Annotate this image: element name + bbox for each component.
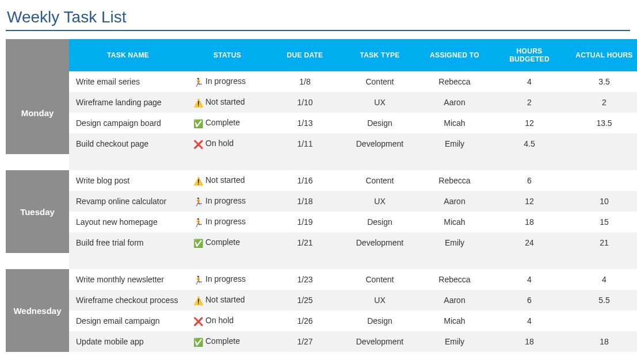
status-label: Not started xyxy=(205,175,245,185)
assigned-to: Rebecca xyxy=(417,170,492,191)
table-row[interactable]: Design email campaign❌On hold1/26DesignM… xyxy=(6,311,637,331)
table-row[interactable]: Update mobile app✅Complete1/27Developmen… xyxy=(6,331,637,352)
due-date: 1/16 xyxy=(268,170,342,191)
actual-hours: 21 xyxy=(567,232,637,253)
task-name: Layout new homepage xyxy=(69,212,187,232)
day-separator xyxy=(6,253,637,269)
not_started-icon: ⚠️ xyxy=(193,98,203,108)
task-type: Content xyxy=(342,269,417,290)
on_hold-icon: ❌ xyxy=(193,140,203,149)
status-label: In progress xyxy=(205,196,246,205)
table-row[interactable]: TuesdayWrite blog post⚠️Not started1/16C… xyxy=(6,170,637,191)
task-name: Wireframe checkout process xyxy=(69,290,187,311)
table-row[interactable]: Build checkout page❌On hold1/11Developme… xyxy=(6,133,637,154)
day-label: Monday xyxy=(6,71,69,154)
in_progress-icon: 🏃 xyxy=(193,78,203,87)
due-date: 1/18 xyxy=(268,191,342,212)
status-cell: 🏃In progress xyxy=(187,269,268,290)
header-day xyxy=(6,39,69,71)
status-label: In progress xyxy=(205,76,246,86)
status-cell: ❌On hold xyxy=(187,133,268,154)
status-label: On hold xyxy=(205,316,234,325)
task-name: Revamp online calculator xyxy=(69,191,187,212)
hours-budgeted: 4 xyxy=(492,311,567,331)
title-rule xyxy=(6,30,630,31)
task-type: Design xyxy=(342,113,417,133)
task-type: Development xyxy=(342,133,417,154)
hours-budgeted: 24 xyxy=(492,232,567,253)
table-row[interactable]: Wireframe checkout process⚠️Not started1… xyxy=(6,290,637,311)
status-label: Not started xyxy=(205,97,245,106)
table-row[interactable]: MondayWrite email series🏃In progress1/8C… xyxy=(6,71,637,92)
header-budget: HOURS BUDGETED xyxy=(492,39,567,71)
task-type: UX xyxy=(342,92,417,113)
table-row[interactable]: Design campaign board✅Complete1/13Design… xyxy=(6,113,637,133)
actual-hours: 13.5 xyxy=(567,113,637,133)
hours-budgeted: 6 xyxy=(492,290,567,311)
actual-hours: 3.5 xyxy=(567,71,637,92)
status-cell: ✅Complete xyxy=(187,113,268,133)
assigned-to: Aaron xyxy=(417,290,492,311)
weekly-task-list: Weekly Task List TASK NAME STATUS DUE DA… xyxy=(6,6,630,352)
day-label: Wednesday xyxy=(6,269,69,352)
complete-icon: ✅ xyxy=(193,239,203,248)
status-cell: 🏃In progress xyxy=(187,191,268,212)
table-row[interactable]: Build free trial form✅Complete1/21Develo… xyxy=(6,232,637,253)
status-label: Not started xyxy=(205,295,245,304)
status-label: Complete xyxy=(205,237,240,247)
task-name: Write blog post xyxy=(69,170,187,191)
task-type: UX xyxy=(342,191,417,212)
task-type: Development xyxy=(342,232,417,253)
actual-hours xyxy=(567,170,637,191)
actual-hours: 15 xyxy=(567,212,637,232)
task-name: Wireframe landing page xyxy=(69,92,187,113)
due-date: 1/21 xyxy=(268,232,342,253)
assigned-to: Micah xyxy=(417,311,492,331)
task-name: Design email campaign xyxy=(69,311,187,331)
actual-hours: 18 xyxy=(567,331,637,352)
hours-budgeted: 4.5 xyxy=(492,133,567,154)
status-label: In progress xyxy=(205,217,246,226)
hours-budgeted: 2 xyxy=(492,92,567,113)
status-cell: ⚠️Not started xyxy=(187,290,268,311)
assigned-to: Aaron xyxy=(417,92,492,113)
page-title: Weekly Task List xyxy=(6,6,630,30)
task-type: Content xyxy=(342,170,417,191)
complete-icon: ✅ xyxy=(193,338,203,347)
hours-budgeted: 4 xyxy=(492,269,567,290)
header-actual: ACTUAL HOURS xyxy=(567,39,637,71)
status-cell: 🏃In progress xyxy=(187,71,268,92)
day-label: Tuesday xyxy=(6,170,69,253)
hours-budgeted: 6 xyxy=(492,170,567,191)
assigned-to: Aaron xyxy=(417,191,492,212)
actual-hours xyxy=(567,133,637,154)
status-cell: ⚠️Not started xyxy=(187,92,268,113)
task-name: Write email series xyxy=(69,71,187,92)
actual-hours: 2 xyxy=(567,92,637,113)
hours-budgeted: 18 xyxy=(492,331,567,352)
table-row[interactable]: Wireframe landing page⚠️Not started1/10U… xyxy=(6,92,637,113)
actual-hours: 4 xyxy=(567,269,637,290)
table-row[interactable]: Layout new homepage🏃In progress1/19Desig… xyxy=(6,212,637,232)
in_progress-icon: 🏃 xyxy=(193,275,203,285)
not_started-icon: ⚠️ xyxy=(193,296,203,305)
status-label: On hold xyxy=(205,139,234,148)
status-cell: ❌On hold xyxy=(187,311,268,331)
table-row[interactable]: WednesdayWrite monthly newsletter🏃In pro… xyxy=(6,269,637,290)
due-date: 1/19 xyxy=(268,212,342,232)
header-assigned: ASSIGNED TO xyxy=(417,39,492,71)
not_started-icon: ⚠️ xyxy=(193,177,203,186)
status-cell: ✅Complete xyxy=(187,331,268,352)
hours-budgeted: 18 xyxy=(492,212,567,232)
header-type: TASK TYPE xyxy=(342,39,417,71)
task-type: Content xyxy=(342,71,417,92)
assigned-to: Micah xyxy=(417,212,492,232)
task-name: Build free trial form xyxy=(69,232,187,253)
task-table: TASK NAME STATUS DUE DATE TASK TYPE ASSI… xyxy=(6,39,637,352)
hours-budgeted: 12 xyxy=(492,191,567,212)
due-date: 1/25 xyxy=(268,290,342,311)
table-row[interactable]: Revamp online calculator🏃In progress1/18… xyxy=(6,191,637,212)
task-type: Design xyxy=(342,311,417,331)
task-name: Update mobile app xyxy=(69,331,187,352)
status-cell: ⚠️Not started xyxy=(187,170,268,191)
